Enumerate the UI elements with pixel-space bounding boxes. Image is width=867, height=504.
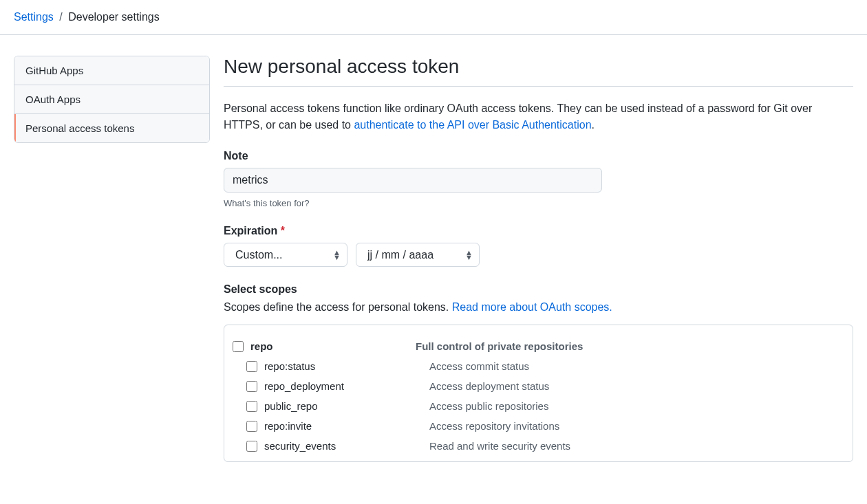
expiration-date-input[interactable]: jj / mm / aaaa (356, 243, 480, 267)
scope-row-public-repo: public_repo Access public repositories (233, 396, 844, 416)
scope-desc: Access commit status (429, 360, 529, 372)
scope-checkbox-repo[interactable] (233, 341, 244, 352)
scope-desc: Access repository invitations (429, 420, 559, 432)
scope-row-security-events: security_events Read and write security … (233, 436, 844, 456)
intro-text: Personal access tokens function like ord… (224, 100, 853, 133)
expiration-label-text: Expiration (224, 225, 277, 237)
scope-name: repo:status (264, 360, 429, 372)
breadcrumb: Settings / Developer settings (0, 0, 867, 35)
note-group: Note What's this token for? (224, 150, 853, 208)
page-title: New personal access token (224, 56, 853, 87)
breadcrumb-separator: / (59, 11, 62, 23)
intro-auth-link[interactable]: authenticate to the API over Basic Authe… (354, 119, 591, 131)
scope-desc: Full control of private repositories (416, 340, 583, 352)
scope-name: repo_deployment (264, 380, 429, 392)
breadcrumb-parent-link[interactable]: Settings (14, 11, 54, 23)
sidebar-item-github-apps[interactable]: GitHub Apps (14, 56, 209, 85)
scope-desc: Read and write security events (429, 440, 570, 452)
scope-name: security_events (264, 440, 429, 452)
scope-desc: Access public repositories (429, 400, 548, 412)
scope-row-repo-status: repo:status Access commit status (233, 356, 844, 376)
scope-row-repo-deployment: repo_deployment Access deployment status (233, 376, 844, 396)
scope-desc: Access deployment status (429, 380, 549, 392)
scope-checkbox-repo-status[interactable] (246, 361, 257, 372)
scope-name: public_repo (264, 400, 429, 412)
scopes-header: Select scopes (224, 283, 853, 296)
expiration-group: Expiration * Custom... ▲▼ jj / mm / aaaa… (224, 225, 853, 267)
breadcrumb-current: Developer settings (68, 11, 160, 23)
note-help-text: What's this token for? (224, 198, 853, 208)
scopes-desc-text: Scopes define the access for personal to… (224, 301, 452, 313)
sidebar-menu: GitHub Apps OAuth Apps Personal access t… (14, 56, 210, 143)
expiration-select[interactable]: Custom... (224, 243, 347, 267)
scopes-description: Scopes define the access for personal to… (224, 301, 853, 314)
intro-text-after: . (592, 119, 595, 131)
sidebar-item-personal-access-tokens[interactable]: Personal access tokens (14, 114, 209, 142)
required-indicator: * (281, 225, 285, 237)
expiration-label: Expiration * (224, 225, 853, 237)
scope-name: repo (250, 340, 416, 352)
scope-checkbox-repo-deployment[interactable] (246, 381, 257, 392)
scope-checkbox-repo-invite[interactable] (246, 421, 257, 432)
sidebar: GitHub Apps OAuth Apps Personal access t… (14, 56, 210, 479)
scope-checkbox-security-events[interactable] (246, 441, 257, 452)
note-input[interactable] (224, 168, 602, 193)
main-content: New personal access token Personal acces… (224, 56, 853, 479)
scope-name: repo:invite (264, 420, 429, 432)
scopes-read-more-link[interactable]: Read more about OAuth scopes. (452, 301, 612, 313)
sidebar-item-oauth-apps[interactable]: OAuth Apps (14, 85, 209, 114)
scope-checkbox-public-repo[interactable] (246, 401, 257, 412)
scopes-group: Select scopes Scopes define the access f… (224, 283, 853, 462)
scope-row-repo-invite: repo:invite Access repository invitation… (233, 416, 844, 436)
scope-row-repo: repo Full control of private repositorie… (233, 336, 844, 356)
note-label: Note (224, 150, 853, 162)
scopes-box: repo Full control of private repositorie… (224, 325, 853, 462)
